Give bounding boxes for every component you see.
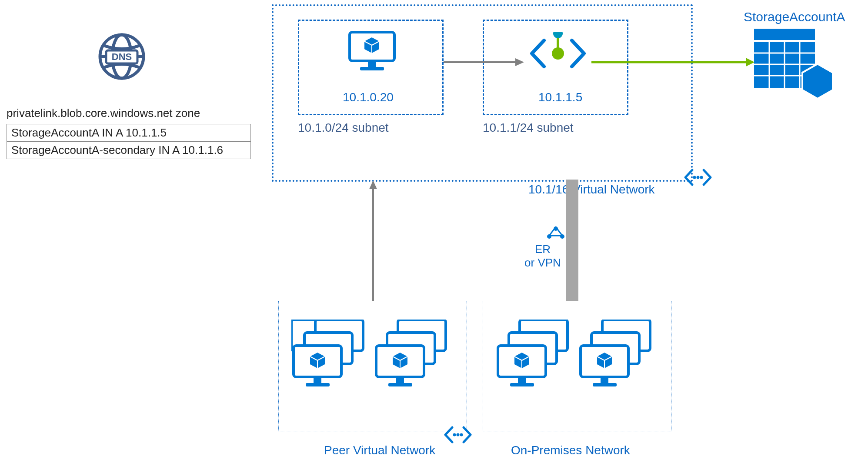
subnet-1-box: 10.1.0.20 <box>298 20 444 115</box>
gateway-label-bottom: or VPN <box>524 256 561 269</box>
svg-marker-30 <box>369 180 377 189</box>
svg-marker-17 <box>515 58 524 66</box>
gateway-label-top: ER <box>535 243 551 256</box>
vm-group-icon <box>374 320 461 398</box>
dns-icon: DNS <box>96 30 148 83</box>
svg-rect-6 <box>368 62 376 67</box>
dns-records-table: StorageAccountA IN A 10.1.1.5 StorageAcc… <box>7 124 251 159</box>
dns-zone-label: privatelink.blob.core.windows.net zone <box>7 107 200 120</box>
private-endpoint-ip-label: 10.1.1.5 <box>538 90 582 104</box>
svg-point-13 <box>693 176 696 179</box>
svg-point-15 <box>700 176 703 179</box>
vm-group-icon <box>291 320 378 398</box>
svg-rect-52 <box>518 378 526 383</box>
arrow-peer-to-vnet <box>367 180 380 302</box>
vm-group-icon <box>496 320 583 398</box>
subnet-1-label: 10.1.0/24 subnet <box>298 121 389 135</box>
svg-point-37 <box>460 433 463 436</box>
svg-point-36 <box>457 433 460 436</box>
svg-rect-47 <box>396 378 404 383</box>
svg-point-12 <box>552 47 564 60</box>
svg-rect-57 <box>601 378 608 383</box>
dns-record-row: StorageAccountA IN A 10.1.1.5 <box>7 124 250 141</box>
svg-point-34 <box>560 234 564 239</box>
storage-account-label: StorageAccountA <box>744 10 845 24</box>
svg-point-11 <box>553 32 563 38</box>
arrow-endpoint-to-storage <box>591 56 754 69</box>
vm-ip-label: 10.1.0.20 <box>343 90 394 104</box>
svg-rect-43 <box>306 383 330 386</box>
gateway-icon <box>546 226 566 241</box>
er-vpn-connector-bar <box>566 180 578 302</box>
svg-rect-48 <box>388 383 412 386</box>
vm-group-icon <box>578 320 665 398</box>
svg-point-32 <box>554 227 558 231</box>
storage-account-icon <box>752 27 835 101</box>
svg-rect-7 <box>360 67 384 70</box>
svg-point-33 <box>547 234 551 239</box>
svg-marker-28 <box>802 64 833 99</box>
arrow-vm-to-endpoint <box>444 56 524 69</box>
subnet-2-label: 10.1.1/24 subnet <box>483 121 574 135</box>
svg-text:DNS: DNS <box>112 51 132 62</box>
svg-rect-42 <box>314 378 321 383</box>
peer-vnet-label: Peer Virtual Network <box>324 443 435 457</box>
vnet-label: 10.1/16 Virtual Network <box>528 183 655 197</box>
svg-rect-20 <box>754 29 815 40</box>
peer-vnet-icon <box>443 424 473 446</box>
svg-point-35 <box>453 433 456 436</box>
svg-rect-53 <box>510 383 534 386</box>
svg-point-14 <box>697 176 700 179</box>
vm-icon <box>347 30 397 73</box>
vnet-icon <box>683 167 713 188</box>
dns-record-row: StorageAccountA-secondary IN A 10.1.1.6 <box>7 141 250 159</box>
private-endpoint-icon <box>527 32 588 75</box>
svg-rect-58 <box>593 383 617 386</box>
onprem-label: On-Premises Network <box>511 443 630 457</box>
gateway-label: ER or VPN <box>521 243 564 270</box>
